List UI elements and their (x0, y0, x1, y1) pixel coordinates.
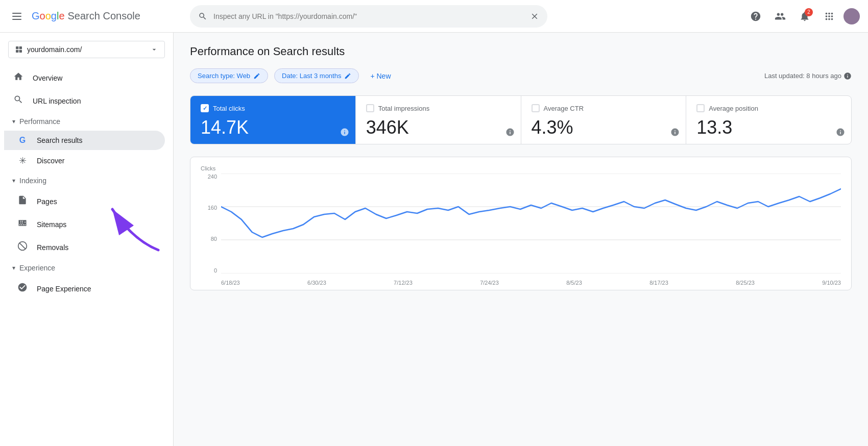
sidebar-item-label: Search results (37, 136, 82, 144)
svg-rect-2 (12, 19, 21, 20)
sidebar-item-label: Overview (33, 74, 62, 82)
metric-info-icon[interactable] (670, 128, 680, 139)
sidebar-item-url-inspection[interactable]: URL inspection (0, 89, 165, 112)
sidebar-item-sitemaps[interactable]: Sitemaps (4, 213, 165, 236)
domain-dropdown-icon (150, 45, 158, 54)
apps-button[interactable] (819, 6, 839, 27)
experience-section-header[interactable]: ▾ Experience (0, 259, 173, 277)
search-type-label: Search type: Web (198, 72, 250, 80)
last-updated: Last updated: 8 hours ago (764, 72, 852, 80)
notification-badge: 2 (805, 8, 813, 16)
logo: Google Search Console (32, 10, 140, 22)
edit-icon (253, 72, 260, 80)
hamburger-icon[interactable] (8, 8, 26, 25)
metric-checkbox[interactable] (366, 104, 374, 112)
chart-svg (221, 174, 841, 274)
discover-icon: ✳ (16, 155, 29, 166)
x-tick-6: 8/25/23 (736, 280, 755, 286)
y-tick-240: 240 (208, 174, 217, 180)
date-filter[interactable]: Date: Last 3 months (274, 68, 359, 83)
domain-icon (15, 45, 23, 54)
sidebar-item-label: Page Experience (37, 285, 91, 293)
google-wordmark: Google (32, 10, 65, 22)
info-icon[interactable] (843, 72, 852, 80)
x-tick-5: 8/17/23 (649, 280, 668, 286)
notifications-button[interactable]: 2 (794, 6, 815, 27)
x-tick-3: 7/24/23 (480, 280, 499, 286)
section-arrow: ▾ (12, 177, 15, 184)
url-search-input[interactable] (213, 12, 524, 20)
svg-rect-5 (16, 50, 18, 53)
sidebar-item-label: Removals (37, 243, 68, 252)
sidebar-item-pages[interactable]: Pages (4, 190, 165, 213)
metric-total-clicks[interactable]: Total clicks 14.7K (190, 96, 356, 144)
svg-rect-4 (19, 46, 22, 49)
page-experience-icon (16, 282, 29, 295)
sidebar-item-search-results[interactable]: G Search results (4, 131, 165, 150)
metric-value: 346K (366, 117, 511, 138)
search-type-filter[interactable]: Search type: Web (190, 68, 268, 83)
metric-label: Total impressions (378, 105, 429, 112)
experience-label: Experience (19, 264, 55, 272)
last-updated-text: Last updated: 8 hours ago (764, 72, 841, 80)
search-icon (198, 12, 207, 21)
y-tick-160: 160 (208, 205, 217, 211)
users-button[interactable] (770, 6, 790, 27)
metric-info-icon[interactable] (340, 128, 349, 139)
svg-rect-1 (12, 16, 21, 17)
clear-icon[interactable] (530, 12, 539, 21)
x-tick-7: 9/10/23 (822, 280, 841, 286)
sidebar-item-label: Pages (37, 197, 57, 206)
domain-name: yourdomain.com/ (27, 45, 146, 54)
metric-value: 14.7K (201, 117, 345, 138)
sidebar-item-page-experience[interactable]: Page Experience (4, 277, 165, 300)
sitemaps-icon (16, 218, 29, 231)
metric-label: Total clicks (213, 105, 245, 112)
chart-y-axis: 240 160 80 0 (201, 174, 221, 274)
metrics-row: Total clicks 14.7K Total impressions 346… (190, 95, 852, 144)
avatar[interactable] (843, 8, 860, 24)
layout: yourdomain.com/ Overview URL inspection … (0, 33, 868, 446)
metric-average-position[interactable]: Average position 13.3 (686, 96, 851, 144)
metric-info-icon[interactable] (836, 128, 845, 139)
indexing-section-header[interactable]: ▾ Indexing (0, 171, 173, 190)
metric-average-ctr[interactable]: Average CTR 4.3% (521, 96, 687, 144)
date-label: Date: Last 3 months (282, 72, 341, 80)
metric-value: 13.3 (696, 117, 841, 138)
sidebar-item-label: Discover (37, 157, 64, 165)
chart-y-label: Clicks (201, 165, 841, 171)
y-tick-0: 0 (214, 267, 217, 274)
section-arrow: ▾ (12, 118, 15, 125)
performance-section-header[interactable]: ▾ Performance (0, 112, 173, 131)
metric-info-icon[interactable] (505, 128, 515, 139)
header-left: Google Search Console (8, 8, 182, 25)
sidebar-item-discover[interactable]: ✳ Discover (4, 150, 165, 171)
header-right: 2 (745, 6, 860, 27)
sidebar-item-overview[interactable]: Overview (0, 66, 165, 89)
pages-icon (16, 195, 29, 208)
indexing-label: Indexing (19, 177, 46, 185)
chart-area: 240 160 80 0 (201, 174, 841, 286)
metric-checkbox[interactable] (532, 104, 540, 112)
search-nav-icon (12, 94, 25, 107)
chart-container: Clicks 240 160 80 0 (190, 157, 852, 290)
domain-selector[interactable]: yourdomain.com/ (8, 41, 165, 58)
metric-checkbox[interactable] (201, 104, 209, 112)
metric-label: Average position (709, 105, 758, 112)
sidebar-item-removals[interactable]: Removals (4, 236, 165, 259)
x-tick-0: 6/18/23 (221, 280, 240, 286)
filters-bar: Search type: Web Date: Last 3 months + N… (190, 68, 852, 83)
metric-header: Average position (696, 104, 841, 112)
metric-header: Total clicks (201, 104, 345, 112)
page-title: Performance on Search results (190, 45, 852, 58)
svg-rect-6 (19, 50, 22, 53)
x-tick-1: 6/30/23 (307, 280, 326, 286)
main-content: Performance on Search results Search typ… (174, 33, 868, 446)
metric-checkbox[interactable] (696, 104, 705, 112)
edit-date-icon (344, 72, 351, 80)
help-button[interactable] (745, 6, 766, 27)
metric-header: Total impressions (366, 104, 511, 112)
metric-total-impressions[interactable]: Total impressions 346K (356, 96, 521, 144)
url-search-bar[interactable] (190, 5, 547, 28)
new-filter-button[interactable]: + New (365, 69, 396, 83)
